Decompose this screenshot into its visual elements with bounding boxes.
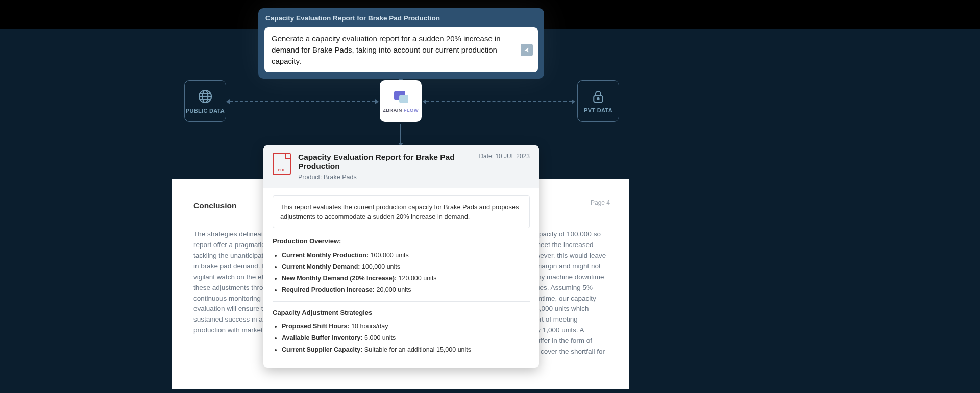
production-overview-title: Production Overview: [273,236,530,247]
report-card: PDF Capacity Evaluation Report for Brake… [263,145,539,368]
list-item: Current Supplier Capacity: Suitable for … [282,345,530,355]
public-data-node: PUBLIC DATA [184,80,226,122]
zbrain-icon [393,90,408,104]
report-summary-box: This report evaluates the current produc… [273,195,530,228]
svg-point-4 [597,98,599,100]
connector-public-to-zbrain [230,101,375,102]
list-item: New Monthly Demand (20% Increase): 120,0… [282,274,530,283]
zbrain-flow-node: ZBRAIN FLOW [380,80,422,122]
list-item: Current Monthly Demand: 100,000 units [282,262,530,272]
prompt-title: Capacity Evaluation Report for Brake Pad… [258,8,544,27]
capacity-strategies-list: Proposed Shift Hours: 10 hours/day Avail… [273,322,530,354]
download-icon [277,156,286,165]
capacity-strategies-title: Capacity Adjustment Strategies [273,308,530,318]
list-item: Proposed Shift Hours: 10 hours/day [282,322,530,331]
connector-zbrain-to-report [400,124,401,143]
zbrain-label: ZBRAIN FLOW [383,107,419,113]
list-item: Current Monthly Production: 100,000 unit… [282,251,530,260]
list-item: Required Production Increase: 20,000 uni… [282,285,530,295]
pdf-icon: PDF [273,153,291,175]
globe-icon [197,88,213,105]
production-overview-list: Current Monthly Production: 100,000 unit… [273,251,530,295]
lock-icon [591,89,606,104]
pdf-label: PDF [274,168,290,173]
prompt-input[interactable]: Generate a capacity evaluation report fo… [264,27,538,72]
section-divider [273,301,530,302]
send-icon [524,46,530,54]
report-product: Product: Brake Pads [298,174,472,181]
report-title: Capacity Evaluation Report for Brake Pad… [298,153,472,171]
pvt-data-node: PVT DATA [577,80,619,122]
prompt-card: Capacity Evaluation Report for Brake Pad… [258,8,544,79]
pvt-data-label: PVT DATA [584,107,612,113]
connector-pvt-to-zbrain [426,101,572,102]
report-header: PDF Capacity Evaluation Report for Brake… [263,145,539,188]
send-button[interactable] [521,44,533,56]
list-item: Available Buffer Inventory: 5,000 units [282,333,530,343]
report-body: This report evaluates the current produc… [263,188,539,368]
public-data-label: PUBLIC DATA [186,108,225,114]
report-summary-text: This report evaluates the current produc… [280,202,522,222]
report-date: Date: 10 JUL 2023 [479,153,530,160]
prompt-text: Generate a capacity evaluation report fo… [272,34,501,65]
page-number: Page 4 [591,198,610,208]
